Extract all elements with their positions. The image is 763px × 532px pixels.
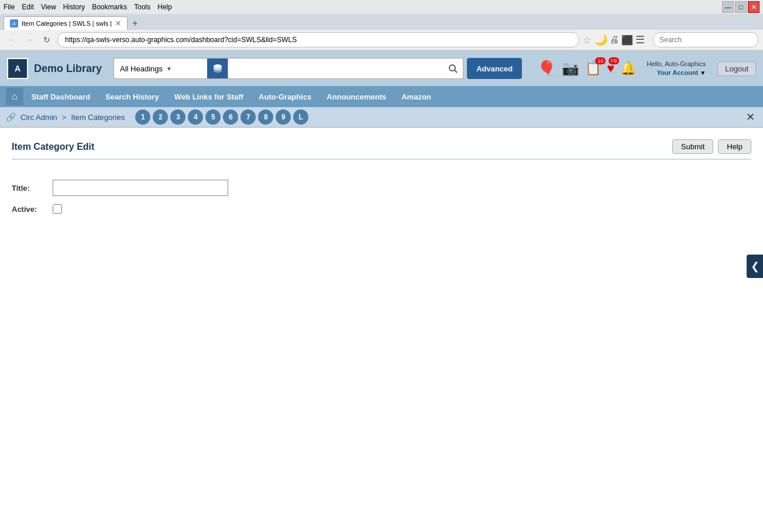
headings-dropdown[interactable]: All Headings ▼ (114, 58, 207, 79)
breadcrumb-bar: 🔗 Circ Admin > Item Categories 1 2 3 4 5… (0, 107, 763, 128)
breadcrumb-separator: > (62, 113, 67, 122)
heart-badge: F9 (609, 57, 620, 64)
forward-button[interactable]: → (22, 33, 36, 47)
tab-bar: A Item Categories | SWLS | swls | ✕ + (0, 14, 763, 30)
title-row: Title: (12, 180, 751, 196)
breadcrumb-chain-icon: 🔗 (6, 112, 16, 122)
header-icons: 🎈 📷 📋 10 ♥ F9 🔔 (537, 60, 636, 78)
maximize-button[interactable]: □ (735, 1, 747, 13)
headings-label: All Headings (120, 64, 163, 73)
account-link[interactable]: Your Account (657, 69, 698, 76)
database-icon[interactable] (207, 58, 228, 79)
content-header: Item Category Edit Submit Help (12, 139, 751, 160)
library-logo: A (7, 58, 28, 79)
page-btn-L[interactable]: L (293, 109, 308, 125)
page-btn-4[interactable]: 4 (188, 109, 203, 125)
form-section: Title: Active: (12, 174, 751, 228)
title-input[interactable] (53, 180, 228, 196)
chevron-left-icon: ❮ (751, 260, 759, 273)
page-btn-5[interactable]: 5 (205, 109, 221, 125)
nav-auto-graphics[interactable]: Auto-Graphics (252, 89, 318, 105)
menu-help[interactable]: Help (157, 3, 172, 11)
user-info: Hello, Auto-Graphics Your Account ▼ (647, 60, 706, 78)
bookmark-icon[interactable]: ☆ (583, 35, 591, 46)
scan-icon-wrapper[interactable]: 📷 (562, 60, 579, 77)
chevron-down-icon: ▼ (166, 66, 172, 72)
pocket-icon[interactable]: 🌙 (594, 33, 607, 46)
nav-search-history[interactable]: Search History (98, 89, 166, 105)
search-bar: All Headings ▼ Advanced (114, 58, 522, 79)
menu-bookmarks[interactable]: Bookmarks (92, 3, 127, 11)
menu-icon[interactable]: ☰ (635, 33, 645, 46)
circ-admin-link[interactable]: Circ Admin (20, 113, 57, 122)
menu-edit[interactable]: Edit (22, 3, 34, 11)
app-nav: ⌂ Staff Dashboard Search History Web Lin… (0, 86, 763, 107)
nav-web-links[interactable]: Web Links for Staff (167, 89, 250, 105)
extension-icon[interactable]: ⬛ (621, 35, 633, 46)
minimize-button[interactable]: — (722, 1, 734, 13)
close-button[interactable]: ✕ (748, 1, 759, 13)
nav-staff-dashboard[interactable]: Staff Dashboard (25, 89, 97, 105)
page-pager: 1 2 3 4 5 6 7 8 9 L (135, 109, 308, 125)
new-tab-button[interactable]: + (129, 18, 141, 29)
print-icon[interactable]: 🖨 (610, 35, 619, 45)
user-account-area: Hello, Auto-Graphics Your Account ▼ Logo… (647, 60, 756, 78)
app-header: A Demo Library All Headings ▼ Advanced 🎈 (0, 51, 763, 86)
nav-amazon[interactable]: Amazon (394, 89, 438, 105)
balloon-icon-wrapper[interactable]: 🎈 (537, 60, 556, 78)
nav-announcements[interactable]: Announcements (319, 89, 393, 105)
page-btn-6[interactable]: 6 (223, 109, 238, 125)
active-label: Active: (12, 205, 53, 214)
tab-favicon: A (10, 19, 18, 28)
page-btn-3[interactable]: 3 (170, 109, 185, 125)
search-input[interactable] (228, 58, 442, 79)
menu-tools[interactable]: Tools (134, 3, 150, 11)
active-tab[interactable]: A Item Categories | SWLS | swls | ✕ (4, 16, 128, 30)
search-button[interactable] (442, 58, 463, 79)
browser-menu-bar: File Edit View History Bookmarks Tools H… (0, 0, 763, 14)
active-row: Active: (12, 204, 751, 214)
tab-close-icon[interactable]: ✕ (115, 19, 121, 28)
library-name: Demo Library (34, 63, 102, 75)
bell-icon: 🔔 (620, 61, 636, 76)
list-icon-wrapper[interactable]: 📋 10 (585, 61, 601, 76)
hello-text: Hello, Auto-Graphics (647, 60, 706, 68)
help-button[interactable]: Help (718, 139, 751, 154)
balloon-icon: 🎈 (537, 60, 556, 78)
page-btn-9[interactable]: 9 (276, 109, 291, 125)
address-bar: ← → ↻ ☆ 🌙 🖨 ⬛ ☰ (0, 30, 763, 50)
reload-button[interactable]: ↻ (40, 33, 54, 47)
page-btn-2[interactable]: 2 (153, 109, 168, 125)
scan-icon: 📷 (562, 60, 579, 77)
page-btn-8[interactable]: 8 (258, 109, 273, 125)
account-chevron-icon: ▼ (700, 70, 706, 76)
heart-icon-wrapper[interactable]: ♥ F9 (607, 61, 614, 76)
list-badge: 10 (595, 57, 606, 64)
active-checkbox[interactable] (53, 204, 62, 214)
svg-line-2 (455, 70, 457, 73)
page-btn-7[interactable]: 7 (240, 109, 256, 125)
address-input[interactable] (57, 32, 579, 47)
logout-button[interactable]: Logout (717, 61, 756, 76)
title-label: Title: (12, 184, 53, 193)
menu-file[interactable]: File (4, 3, 15, 11)
bell-icon-wrapper[interactable]: 🔔 (620, 61, 636, 76)
advanced-button[interactable]: Advanced (467, 58, 522, 79)
menu-history[interactable]: History (63, 3, 85, 11)
content-actions: Submit Help (672, 139, 751, 154)
content-area: Item Category Edit Submit Help Title: Ac… (0, 128, 763, 479)
menu-view[interactable]: View (41, 3, 56, 11)
browser-search-input[interactable] (653, 32, 758, 47)
home-button[interactable]: ⌂ (6, 88, 23, 105)
svg-point-1 (449, 65, 455, 71)
back-button[interactable]: ← (5, 33, 19, 47)
item-categories-link[interactable]: Item Categories (71, 113, 125, 122)
tab-title: Item Categories | SWLS | swls | (22, 20, 112, 27)
submit-button[interactable]: Submit (672, 139, 713, 154)
page-title: Item Category Edit (12, 142, 94, 152)
page-btn-1[interactable]: 1 (135, 109, 150, 125)
breadcrumb-close-button[interactable]: ✕ (743, 110, 757, 124)
side-collapse-button[interactable]: ❮ (747, 255, 763, 278)
